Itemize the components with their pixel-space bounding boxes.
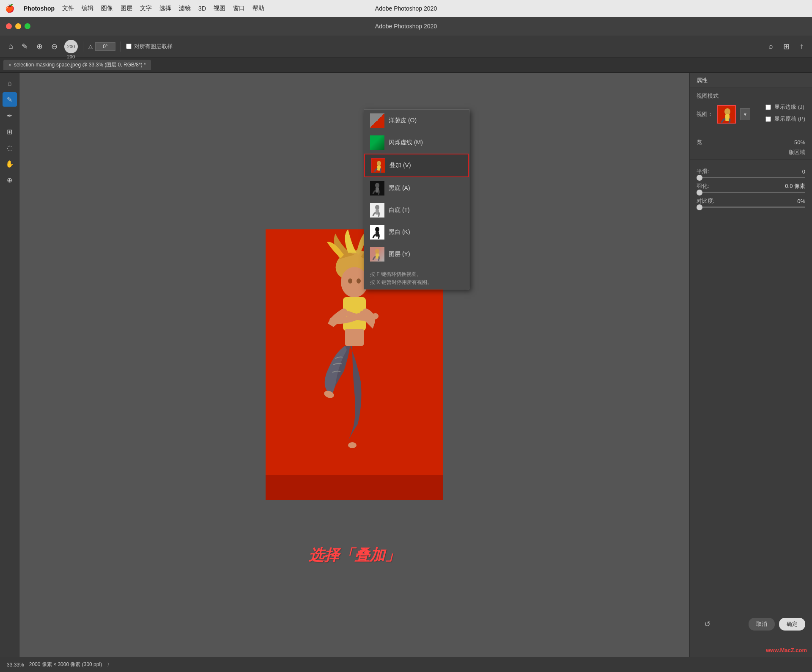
sample-all-label: 对所有图层取样 bbox=[134, 43, 173, 50]
black-bg-thumb bbox=[370, 181, 384, 196]
options-toolbar: ⌂ ✎ ⊕ ⊖ 200 200 △ 对所有图层取样 ⌕ ⊞ ↑ bbox=[0, 36, 812, 58]
svg-point-2 bbox=[348, 278, 352, 284]
svg-rect-8 bbox=[266, 475, 443, 500]
contrast-slider-row: 对比度: 0% bbox=[697, 197, 805, 205]
brush-tool[interactable]: ✎ bbox=[3, 92, 17, 107]
show-original-checkbox[interactable] bbox=[765, 116, 771, 122]
window-title: Adobe Photoshop 2020 bbox=[375, 5, 437, 12]
bw-preview bbox=[370, 225, 384, 240]
view-marching-ants[interactable]: 闪烁虚线 (M) bbox=[364, 132, 469, 154]
view-bw[interactable]: 黑白 (K) bbox=[364, 221, 469, 243]
brush-remove-icon[interactable]: ⊖ bbox=[49, 40, 59, 53]
home-icon[interactable]: ⌂ bbox=[7, 40, 15, 52]
svg-rect-23 bbox=[376, 231, 379, 237]
statusbar: 33.33% 2000 像素 × 3000 像素 (300 ppi) 〉 bbox=[0, 657, 812, 672]
show-edge-checkbox[interactable] bbox=[765, 105, 771, 110]
sample-all-checkbox[interactable] bbox=[126, 44, 132, 49]
annotation-text: 选择「叠加」 bbox=[309, 545, 400, 566]
layer-preview bbox=[370, 247, 384, 262]
dropdown-hint: 按 F 键循环切换视图。 按 X 键暂时停用所有视图。 bbox=[364, 265, 469, 289]
menubar-select[interactable]: 选择 bbox=[159, 5, 171, 12]
menubar-3d[interactable]: 3D bbox=[198, 5, 206, 12]
marching-ants-thumb bbox=[370, 135, 384, 150]
show-original-label: 显示原稿 (P) bbox=[774, 115, 805, 123]
menubar: 🍎 Photoshop 文件 编辑 图像 图层 文字 选择 滤镜 3D 视图 窗… bbox=[0, 0, 812, 17]
angle-input[interactable] bbox=[95, 42, 115, 51]
preview-section-label: 览 bbox=[697, 138, 702, 146]
view-mode-section: 视图模式 视图： ▼ 显示边缘 (J bbox=[690, 88, 812, 133]
smoothing-value: 0 bbox=[802, 168, 805, 175]
minimize-button[interactable] bbox=[15, 23, 21, 29]
brush-size-circle[interactable]: 200 200 bbox=[64, 40, 78, 53]
sliders-section: 平滑: 0 羽化: 0.0 像素 对比度: 0% bbox=[690, 163, 812, 216]
smoothing-handle[interactable] bbox=[697, 175, 702, 181]
view-white-bg[interactable]: 白底 (T) bbox=[364, 199, 469, 221]
view-mode-row: 视图： ▼ 显示边缘 (J) bbox=[697, 103, 805, 125]
svg-rect-20 bbox=[376, 209, 379, 215]
zoom-tool[interactable]: ⊕ bbox=[3, 173, 17, 187]
onion-skin-label: 洋葱皮 (O) bbox=[389, 117, 417, 124]
statusbar-arrow[interactable]: 〉 bbox=[107, 661, 112, 668]
svg-point-22 bbox=[375, 227, 379, 232]
pencil-tool[interactable]: ✒ bbox=[3, 108, 17, 123]
workspace-icon[interactable]: ⊞ bbox=[782, 40, 791, 53]
share-icon[interactable]: ↑ bbox=[798, 40, 805, 53]
menubar-view[interactable]: 视图 bbox=[214, 5, 225, 12]
selection-tool[interactable]: ⊞ bbox=[3, 124, 17, 139]
feather-track bbox=[697, 192, 805, 193]
menubar-help[interactable]: 帮助 bbox=[252, 5, 264, 12]
canvas-area: 选择「叠加」 bbox=[19, 73, 689, 657]
move-tool[interactable]: ⌂ bbox=[3, 76, 17, 91]
panel-bottom-buttons: ↺ 取消 确定 bbox=[690, 613, 812, 636]
view-onion-skin[interactable]: 洋葱皮 (O) bbox=[364, 110, 469, 132]
view-layer[interactable]: 图层 (Y) bbox=[364, 243, 469, 265]
brush-size-label: 200 bbox=[67, 54, 75, 59]
search-icon[interactable]: ⌕ bbox=[767, 40, 775, 53]
menubar-image[interactable]: 图像 bbox=[101, 5, 113, 12]
hand-tool[interactable]: ✋ bbox=[3, 157, 17, 171]
titlebar: Adobe Photoshop 2020 bbox=[0, 17, 812, 36]
lasso-tool[interactable]: ◌ bbox=[3, 140, 17, 155]
dimensions-info: 2000 像素 × 3000 像素 (300 ppi) bbox=[29, 661, 102, 668]
traffic-lights bbox=[6, 23, 30, 29]
menubar-window[interactable]: 窗口 bbox=[233, 5, 245, 12]
white-bg-thumb bbox=[370, 203, 384, 218]
ok-button[interactable]: 确定 bbox=[779, 618, 805, 631]
contrast-value: 0% bbox=[797, 198, 805, 204]
view-overlay[interactable]: 叠加 (V) bbox=[364, 154, 469, 177]
svg-point-16 bbox=[375, 183, 379, 188]
feather-handle[interactable] bbox=[697, 190, 702, 196]
sample-all-layers-checkbox[interactable]: 对所有图层取样 bbox=[126, 43, 173, 50]
svg-point-13 bbox=[377, 161, 381, 166]
view-preview-thumbnail[interactable] bbox=[717, 105, 736, 124]
tab-close-button[interactable]: × bbox=[8, 62, 11, 68]
svg-point-10 bbox=[724, 108, 730, 115]
svg-point-7 bbox=[348, 442, 357, 448]
contrast-handle[interactable] bbox=[697, 204, 702, 210]
menubar-filter[interactable]: 滤镜 bbox=[179, 5, 191, 12]
menubar-text[interactable]: 文字 bbox=[140, 5, 152, 12]
white-bg-preview bbox=[370, 203, 384, 218]
bw-label: 黑白 (K) bbox=[389, 229, 410, 236]
contrast-label: 对比度: bbox=[697, 197, 715, 205]
fullscreen-button[interactable] bbox=[25, 23, 30, 29]
menubar-file[interactable]: 文件 bbox=[62, 5, 74, 12]
apple-menu[interactable]: 🍎 bbox=[5, 4, 14, 13]
onion-skin-preview bbox=[370, 113, 384, 128]
view-dropdown-button[interactable]: ▼ bbox=[740, 108, 750, 120]
cancel-button[interactable]: 取消 bbox=[749, 618, 775, 631]
view-black-bg[interactable]: 黑底 (A) bbox=[364, 177, 469, 199]
menubar-photoshop[interactable]: Photoshop bbox=[24, 5, 55, 12]
svg-point-25 bbox=[375, 249, 379, 254]
menubar-layer[interactable]: 图层 bbox=[121, 5, 132, 12]
overlay-preview bbox=[371, 158, 385, 173]
close-button[interactable] bbox=[6, 23, 12, 29]
brush-tool-icon[interactable]: ✎ bbox=[20, 40, 30, 53]
document-tab[interactable]: × selection-masking-space.jpeg @ 33.3% (… bbox=[3, 60, 151, 70]
right-panel: 属性 视图模式 视图： ▼ bbox=[689, 73, 812, 657]
reset-button[interactable]: ↺ bbox=[697, 617, 718, 631]
onion-skin-thumb bbox=[370, 113, 384, 128]
brush-add-icon[interactable]: ⊕ bbox=[35, 40, 44, 53]
black-bg-preview bbox=[370, 181, 384, 196]
menubar-edit[interactable]: 编辑 bbox=[82, 5, 93, 12]
